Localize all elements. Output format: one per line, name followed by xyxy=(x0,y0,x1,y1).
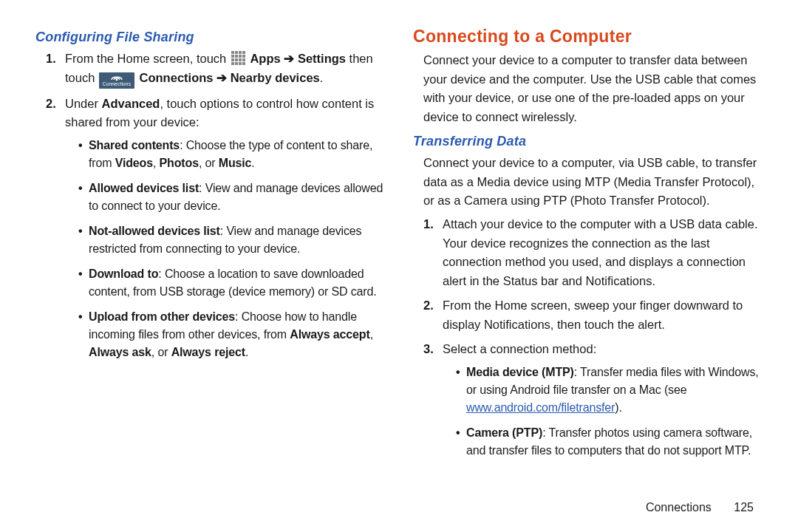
text: . xyxy=(251,157,254,169)
always-accept-label: Always accept xyxy=(290,328,369,341)
list-item: Shared contents: Choose the type of cont… xyxy=(78,137,385,172)
videos-label: Videos xyxy=(115,157,153,169)
step-2: Under Advanced, touch options to control… xyxy=(46,95,385,361)
svg-rect-1 xyxy=(235,51,238,54)
svg-rect-8 xyxy=(231,58,234,61)
configuring-file-sharing-heading: Configuring File Sharing xyxy=(35,30,385,45)
text: From the Home screen, touch xyxy=(65,52,230,65)
text: , xyxy=(153,157,160,169)
svg-rect-2 xyxy=(239,51,242,54)
svg-rect-7 xyxy=(242,55,245,58)
svg-rect-0 xyxy=(231,51,234,54)
text: , xyxy=(370,328,373,341)
step-3: Select a connection method: Media device… xyxy=(423,340,763,460)
arrow-icon: ➔ xyxy=(284,52,298,65)
svg-point-16 xyxy=(116,78,118,81)
always-ask-label: Always ask xyxy=(89,346,151,358)
svg-rect-11 xyxy=(242,58,245,61)
list-item: Download to: Choose a location to save d… xyxy=(78,265,385,301)
list-item: Allowed devices list: View and manage de… xyxy=(78,180,385,215)
step-1: From the Home screen, touch Apps ➔ Setti… xyxy=(46,50,385,89)
text: . xyxy=(245,346,248,358)
page-number: 125 xyxy=(734,501,754,514)
transferring-steps: Attach your device to the computer with … xyxy=(413,215,763,460)
transferring-data-heading: Transferring Data xyxy=(413,134,763,149)
text: Under xyxy=(65,97,102,110)
page-footer: Connections 125 xyxy=(646,501,754,514)
svg-rect-5 xyxy=(235,55,238,58)
intro-paragraph: Connect your device to a computer to tra… xyxy=(413,51,763,126)
nearby-devices-label: Nearby devices xyxy=(231,71,320,84)
svg-rect-9 xyxy=(235,58,238,61)
option-name: Allowed devices list xyxy=(89,182,199,194)
text: Select a connection method: xyxy=(443,342,596,355)
manual-page: Configuring File Sharing From the Home s… xyxy=(0,0,798,532)
list-item: Camera (PTP): Transfer photos using came… xyxy=(456,424,763,460)
connections-tile-icon: Connections xyxy=(99,72,134,89)
svg-rect-10 xyxy=(239,58,242,61)
svg-rect-15 xyxy=(242,62,245,65)
connections-tile-label: Connections xyxy=(99,82,134,87)
option-name: Not-allowed devices list xyxy=(89,225,220,237)
chapter-name: Connections xyxy=(646,501,712,514)
transferring-data-paragraph: Connect your device to a computer, via U… xyxy=(413,154,763,211)
photos-label: Photos xyxy=(160,157,199,169)
text: ). xyxy=(615,401,621,414)
connections-label: Connections xyxy=(140,71,214,84)
apps-grid-icon xyxy=(231,51,245,65)
connection-method-list: Media device (MTP): Transfer media files… xyxy=(443,364,763,460)
configuring-steps: From the Home screen, touch Apps ➔ Setti… xyxy=(35,50,385,361)
left-column: Configuring File Sharing From the Home s… xyxy=(35,22,385,517)
svg-rect-6 xyxy=(239,55,242,58)
arrow-icon: ➔ xyxy=(216,71,231,84)
svg-rect-4 xyxy=(231,55,234,58)
text: , or xyxy=(199,157,219,169)
option-name: Shared contents xyxy=(89,139,180,151)
text: , or xyxy=(151,346,171,358)
apps-label: Apps xyxy=(250,52,280,65)
android-filetransfer-link[interactable]: www.android.com/filetransfer xyxy=(466,401,615,414)
svg-rect-14 xyxy=(239,62,242,65)
text: . xyxy=(320,71,324,84)
step-1: Attach your device to the computer with … xyxy=(423,215,763,290)
always-reject-label: Always reject xyxy=(171,346,245,358)
right-column: Connecting to a Computer Connect your de… xyxy=(413,22,763,517)
option-name: Camera (PTP) xyxy=(466,426,542,439)
advanced-label: Advanced xyxy=(102,97,160,110)
option-name: Upload from other devices xyxy=(89,310,235,323)
svg-rect-13 xyxy=(235,62,238,65)
svg-rect-12 xyxy=(231,62,234,65)
connecting-to-computer-heading: Connecting to a Computer xyxy=(413,27,763,47)
list-item: Not-allowed devices list: View and manag… xyxy=(78,222,385,258)
option-name: Download to xyxy=(89,267,158,280)
options-list: Shared contents: Choose the type of cont… xyxy=(65,137,385,361)
svg-rect-3 xyxy=(242,51,245,54)
step-2: From the Home screen, sweep your finger … xyxy=(423,296,763,334)
option-name: Media device (MTP) xyxy=(466,366,574,378)
list-item: Upload from other devices: Choose how to… xyxy=(78,308,385,361)
list-item: Media device (MTP): Transfer media files… xyxy=(456,364,763,417)
settings-label: Settings xyxy=(298,52,346,65)
music-label: Music xyxy=(219,157,252,169)
